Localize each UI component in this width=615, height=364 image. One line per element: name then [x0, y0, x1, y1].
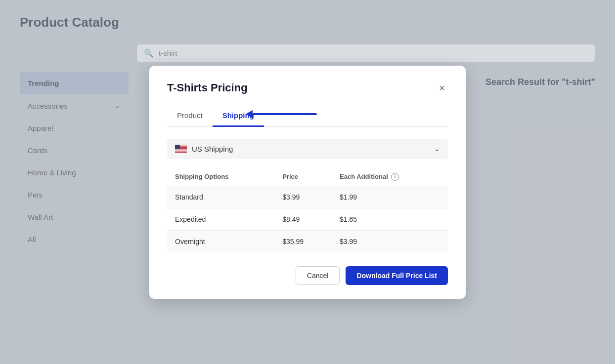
info-icon[interactable]: i	[391, 173, 399, 181]
row-option: Expedited	[167, 208, 274, 230]
svg-rect-13	[175, 145, 180, 149]
pricing-modal: T-Shirts Pricing × Product Shipping	[149, 66, 466, 299]
modal-overlay: T-Shirts Pricing × Product Shipping	[0, 0, 615, 364]
svg-rect-12	[175, 152, 187, 153]
close-button[interactable]: ×	[436, 82, 448, 94]
modal-header: T-Shirts Pricing ×	[167, 81, 448, 94]
col-header-option: Shipping Options	[167, 169, 274, 186]
arrow-indicator	[246, 110, 317, 118]
shipping-table: Shipping Options Price Each Additional i	[167, 169, 448, 252]
svg-rect-11	[175, 152, 187, 152]
table-row: Standard $3.99 $1.99	[167, 186, 448, 208]
modal-footer: Cancel Download Full Price List	[167, 266, 448, 285]
modal-title: T-Shirts Pricing	[167, 81, 248, 94]
svg-rect-10	[175, 151, 187, 151]
svg-rect-9	[175, 150, 187, 151]
table-row: Overnight $35.99 $3.99	[167, 230, 448, 252]
svg-rect-7	[175, 149, 187, 150]
row-option: Standard	[167, 186, 274, 208]
tabs-container: Product Shipping	[167, 106, 448, 127]
col-header-price: Price	[274, 169, 332, 186]
shipping-region-dropdown[interactable]: US Shipping ⌄	[167, 139, 448, 159]
download-button[interactable]: Download Full Price List	[346, 266, 448, 285]
us-flag-icon	[175, 145, 187, 153]
table-row: Expedited $8.49 $1.65	[167, 208, 448, 230]
dropdown-chevron-icon: ⌄	[434, 145, 440, 153]
row-option: Overnight	[167, 230, 274, 252]
row-additional: $1.99	[332, 186, 448, 208]
row-price: $35.99	[274, 230, 332, 252]
shipping-region-label: US Shipping	[192, 145, 233, 153]
row-price: $8.49	[274, 208, 332, 230]
row-price: $3.99	[274, 186, 332, 208]
tab-product[interactable]: Product	[167, 106, 213, 127]
cancel-button[interactable]: Cancel	[296, 266, 340, 285]
col-header-additional: Each Additional i	[332, 169, 448, 186]
arrow-head-icon	[246, 110, 253, 118]
row-additional: $3.99	[332, 230, 448, 252]
arrow-line	[253, 113, 317, 115]
svg-rect-8	[175, 150, 187, 150]
row-additional: $1.65	[332, 208, 448, 230]
